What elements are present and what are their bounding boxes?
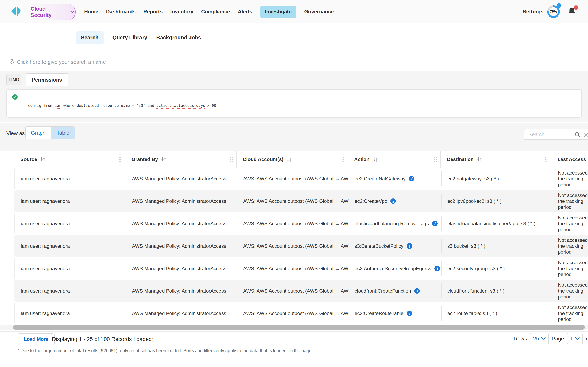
column-drag-handle-icon[interactable] [545,157,548,162]
cloud-accounts-value: AWS: AWS Account outpost (AWS Global → A… [243,198,348,204]
action-value: ec2:AuthorizeSecurityGroupEgress [355,266,431,271]
cell-cloud-accounts: AWS: AWS Account outpost (AWS Global → A… [237,281,348,301]
page-select[interactable]: 1 [567,333,583,344]
column-header[interactable]: Granted By [125,151,237,168]
tab[interactable]: Background Jobs [156,31,201,44]
column-header[interactable]: Destination [441,151,552,168]
info-icon[interactable]: i [432,221,438,226]
cell-source: iam user: raghavendra [15,213,126,234]
permissions-mode-button[interactable]: Permissions [26,73,68,86]
info-icon[interactable]: i [390,198,396,204]
nav-item[interactable]: Inventory [170,6,193,18]
destination-value: elasticloadbalancing listener/app: s3 ( … [447,221,535,226]
tab[interactable]: Query Library [112,31,147,44]
view-toggle-option[interactable]: Table [51,127,75,139]
table-row[interactable]: iam user: raghavendra AWS Managed Policy… [14,258,588,279]
sort-icon[interactable] [161,157,167,162]
nav-item[interactable]: Reports [143,6,163,18]
column-header-label: Last Access [558,157,586,162]
query-segment: > 90 [205,103,216,108]
cell-source: iam user: raghavendra [15,236,126,256]
table-row[interactable]: iam user: raghavendra AWS Managed Policy… [14,235,588,257]
nav-item[interactable]: Home [84,6,98,18]
query-segment: config from [28,103,54,108]
cell-destination: ec2 security-group: s3 ( * ) [441,258,552,279]
table-row[interactable]: iam user: raghavendra AWS Managed Policy… [14,280,588,301]
query-panel: FIND Permissions config from iam where d… [0,71,588,122]
column-header[interactable]: Source [14,151,125,168]
cloud-accounts-value: AWS: AWS Account outpost (AWS Global → A… [243,176,348,182]
query-valid-check-icon [12,94,18,100]
column-header[interactable]: Last Access [552,151,588,168]
last-access-value: Not accessed in the tracking period [558,215,588,233]
nav-item[interactable]: Governance [304,6,334,18]
cloud-accounts-value: AWS: AWS Account outpost (AWS Global → A… [243,266,348,271]
cell-action: ec2:CreateNatGateway i [348,168,441,189]
cell-last-access: Not accessed in the tracking period [552,281,588,301]
sort-icon[interactable] [286,157,292,162]
search-name-row[interactable]: Click here to give your search a name [0,52,588,70]
rows-label: Rows [514,336,527,342]
cell-cloud-accounts: AWS: AWS Account outpost (AWS Global → A… [237,168,348,189]
rows-per-page-select[interactable]: 25 [530,333,549,344]
table-row[interactable]: iam user: raghavendra AWS Managed Policy… [14,191,588,212]
prisma-cloud-logo-icon [11,6,21,17]
info-icon[interactable]: i [434,266,440,271]
nav-item[interactable]: Compliance [201,6,230,18]
cell-granted-by: AWS Managed Policy: AdministratorAccess [126,168,237,189]
info-icon[interactable]: i [407,243,412,249]
sort-icon[interactable] [40,157,46,162]
cell-granted-by: AWS Managed Policy: AdministratorAccess [126,236,237,256]
cell-granted-by: AWS Managed Policy: AdministratorAccess [126,213,237,234]
table-row[interactable]: iam user: raghavendra AWS Managed Policy… [14,303,588,324]
info-icon[interactable]: i [409,176,414,182]
cell-last-access: Not accessed in the tracking period [552,303,588,324]
info-icon[interactable]: i [414,288,420,294]
horizontal-scrollbar-track[interactable] [0,325,588,330]
cell-granted-by: AWS Managed Policy: AdministratorAccess [126,191,237,211]
column-drag-handle-icon[interactable] [118,157,122,162]
query-editor[interactable]: config from iam where dest.cloud.resourc… [6,89,582,118]
clear-search-icon[interactable] [583,132,588,138]
query-segment: action.lastaccess.days [156,103,205,108]
cell-destination: ec2 natgateway: s3 ( * ) [441,168,552,189]
results-table: Source Granted By [14,151,588,325]
granted-by-value: AWS Managed Policy: AdministratorAccess [132,310,226,316]
table-row[interactable]: iam user: raghavendra AWS Managed Policy… [14,168,588,189]
column-drag-handle-icon[interactable] [434,157,437,162]
column-drag-handle-icon[interactable] [341,157,345,162]
destination-value: ec2 route-table: s3 ( * ) [447,310,497,316]
cell-action: cloudfront:CreateFunction i [348,281,441,301]
source-value: iam user: raghavendra [21,310,70,316]
column-header[interactable]: Action [348,151,441,168]
nav-item[interactable]: Alerts [238,6,252,18]
action-value: ec2:CreateRouteTable [355,310,403,316]
horizontal-scrollbar-thumb[interactable] [13,325,585,330]
action-value: ec2:CreateVpc [355,198,387,204]
table-row[interactable]: iam user: raghavendra AWS Managed Policy… [14,213,588,234]
last-access-value: Not accessed in the tracking period [558,170,588,188]
cell-source: iam user: raghavendra [15,281,126,301]
view-toggle-option[interactable]: Graph [26,127,51,139]
sort-icon[interactable] [476,157,483,162]
results-footnote: * Due to the large number of total resul… [17,348,313,353]
product-switcher[interactable]: Cloud Security [31,4,76,20]
info-icon[interactable]: i [407,310,412,316]
query-segment: where dest.cloud.resource.name = 's3' an… [61,103,156,108]
sort-icon[interactable] [372,157,379,162]
search-icon[interactable] [574,131,581,138]
page-label: Page [552,336,564,342]
column-header[interactable]: Cloud Account(s) [237,151,348,168]
nav-item[interactable]: Dashboards [106,6,135,18]
cell-action: ec2:CreateVpc i [348,191,441,211]
search-name-placeholder: Click here to give your search a name [17,59,106,65]
load-more-button[interactable]: Load More [17,333,54,345]
tab[interactable]: Search [76,31,104,44]
cell-source: iam user: raghavendra [15,168,126,189]
cell-source: iam user: raghavendra [15,303,126,324]
column-drag-handle-icon[interactable] [230,157,233,162]
cell-cloud-accounts: AWS: AWS Account outpost (AWS Global → A… [237,258,348,279]
settings-button[interactable]: Settings [523,8,544,15]
nav-item[interactable]: Investigate [260,6,297,18]
cell-source: iam user: raghavendra [15,191,126,211]
